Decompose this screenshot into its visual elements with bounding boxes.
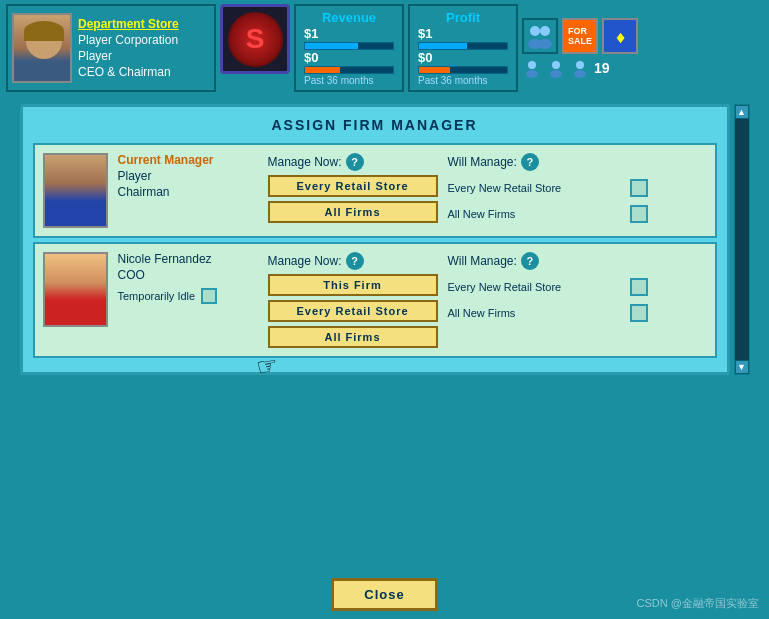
revenue-value: $1 — [304, 26, 394, 41]
all-new-firms-row-2: All New Firms — [448, 304, 648, 322]
every-new-retail-checkbox-1[interactable] — [630, 179, 648, 197]
revenue-period: Past 36 months — [304, 75, 394, 86]
every-new-retail-row-1: Every New Retail Store — [448, 179, 648, 197]
will-manage-label-2: Will Manage: ? — [448, 252, 648, 270]
dialog-title: ASSIGN FIRM MANAGER — [33, 117, 717, 133]
svg-point-7 — [550, 70, 562, 78]
revenue-bar2 — [304, 66, 394, 74]
every-retail-btn-1[interactable]: Every Retail Store — [268, 175, 438, 197]
manager1-will-manage: Will Manage: ? Every New Retail Store Al… — [448, 153, 648, 223]
close-button[interactable]: Close — [331, 578, 437, 611]
idle-checkbox[interactable] — [201, 288, 217, 304]
every-new-retail-row-2: Every New Retail Store — [448, 278, 648, 296]
svg-point-1 — [540, 26, 550, 36]
profit-sub: $0 — [418, 50, 508, 65]
company-card: Department Store Player Corporation Play… — [6, 4, 216, 92]
all-new-firms-checkbox-1[interactable] — [630, 205, 648, 223]
svg-point-0 — [530, 26, 540, 36]
scroll-track — [735, 119, 749, 360]
profit-bar — [418, 42, 508, 50]
profit-label: Profit — [418, 10, 508, 25]
player-name: Player — [78, 49, 179, 63]
svg-point-4 — [528, 61, 536, 69]
svg-point-6 — [552, 61, 560, 69]
every-retail-btn-2[interactable]: Every Retail Store — [268, 300, 438, 322]
profit-bar2 — [418, 66, 508, 74]
revenue-box: Revenue $1 $0 Past 36 months — [294, 4, 404, 92]
will-manage-label-1: Will Manage: ? — [448, 153, 648, 171]
manage-now-label-1: Manage Now: ? — [268, 153, 438, 171]
people-icon-btn[interactable] — [522, 18, 558, 54]
dialog-wrapper: ASSIGN FIRM MANAGER Current Manager Play… — [20, 104, 750, 375]
logo-symbol: S — [228, 12, 283, 67]
company-logo: S — [220, 4, 290, 74]
all-new-firms-row-1: All New Firms — [448, 205, 648, 223]
manager-row-2: Nicole Fernandez COO Temporarily Idle Ma… — [33, 242, 717, 358]
manage-now-help-1[interactable]: ? — [346, 153, 364, 171]
icon-row-bottom: 19 — [522, 58, 638, 78]
will-manage-help-2[interactable]: ? — [521, 252, 539, 270]
icon-row-top: FORSALE ⬧ — [522, 18, 638, 54]
manager2-will-manage: Will Manage: ? Every New Retail Store Al… — [448, 252, 648, 322]
manager-row-1: Current Manager Player Chairman Manage N… — [33, 143, 717, 238]
all-firms-btn-2[interactable]: All Firms — [268, 326, 438, 348]
this-firm-btn[interactable]: This Firm — [268, 274, 438, 296]
dialog-scrollbar[interactable]: ▲ ▼ — [734, 104, 750, 375]
watermark: CSDN @金融帝国实验室 — [637, 596, 759, 611]
profit-value: $1 — [418, 26, 508, 41]
idle-label: Temporarily Idle — [118, 290, 196, 302]
scroll-down-btn[interactable]: ▼ — [735, 360, 749, 374]
player-role: CEO & Chairman — [78, 65, 179, 79]
ceo-avatar — [12, 13, 72, 83]
manager1-controls: Manage Now: ? Every Retail Store All Fir… — [268, 153, 438, 223]
svg-point-8 — [576, 61, 584, 69]
main-area: ASSIGN FIRM MANAGER Current Manager Play… — [0, 96, 769, 569]
idle-row: Temporarily Idle — [118, 288, 258, 304]
person2-icon — [546, 58, 566, 78]
svg-point-5 — [526, 70, 538, 78]
svg-point-3 — [538, 39, 552, 49]
all-firms-btn-1[interactable]: All Firms — [268, 201, 438, 223]
manager2-controls: Manage Now: ? This Firm Every Retail Sto… — [268, 252, 438, 348]
manage-now-label-2: Manage Now: ? — [268, 252, 438, 270]
manager2-role: COO — [118, 268, 258, 282]
manager2-name: Nicole Fernandez — [118, 252, 258, 266]
for-sale-icon-btn[interactable]: FORSALE — [562, 18, 598, 54]
every-new-retail-label-1: Every New Retail Store — [448, 182, 624, 194]
manage-now-help-2[interactable]: ? — [346, 252, 364, 270]
bottom-bar: Close — [0, 569, 769, 619]
company-info: Department Store Player Corporation Play… — [78, 17, 179, 79]
all-new-firms-checkbox-2[interactable] — [630, 304, 648, 322]
person1-icon — [522, 58, 542, 78]
manager1-title-label: Current Manager — [118, 153, 258, 167]
will-manage-help-1[interactable]: ? — [521, 153, 539, 171]
manager1-info: Current Manager Player Chairman — [118, 153, 258, 199]
manager1-name: Player — [118, 169, 258, 183]
revenue-sub: $0 — [304, 50, 394, 65]
all-new-firms-label-2: All New Firms — [448, 307, 624, 319]
revenue-bar — [304, 42, 394, 50]
people-count: 19 — [594, 60, 610, 76]
top-bar: Department Store Player Corporation Play… — [0, 0, 769, 96]
profit-period: Past 36 months — [418, 75, 508, 86]
dept-store-link[interactable]: Department Store — [78, 17, 179, 31]
revenue-label: Revenue — [304, 10, 394, 25]
all-new-firms-label-1: All New Firms — [448, 208, 624, 220]
right-icons: FORSALE ⬧ 19 — [522, 4, 638, 92]
manager1-avatar — [43, 153, 108, 228]
person3-icon — [570, 58, 590, 78]
profit-box: Profit $1 $0 Past 36 months — [408, 4, 518, 92]
arrow-icon-btn[interactable]: ⬧ — [602, 18, 638, 54]
manager2-avatar — [43, 252, 108, 327]
assign-manager-dialog: ASSIGN FIRM MANAGER Current Manager Play… — [20, 104, 730, 375]
scroll-up-btn[interactable]: ▲ — [735, 105, 749, 119]
company-name: Player Corporation — [78, 33, 179, 47]
manager2-info: Nicole Fernandez COO Temporarily Idle — [118, 252, 258, 304]
manager1-role: Chairman — [118, 185, 258, 199]
every-new-retail-label-2: Every New Retail Store — [448, 281, 624, 293]
svg-point-9 — [574, 70, 586, 78]
every-new-retail-checkbox-2[interactable] — [630, 278, 648, 296]
